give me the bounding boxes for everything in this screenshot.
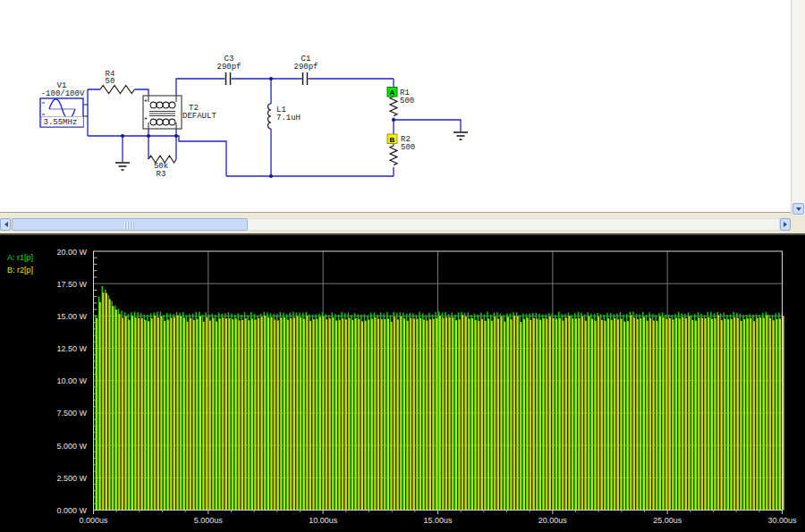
component-l1[interactable]: L1 7.1uH [268,104,301,129]
y-axis-tick-label: 7.500 W [56,409,87,418]
legend-item: A: r1[p] [7,253,33,262]
y-axis-tick-label: 17.50 W [56,280,87,289]
plot-legend: A: r1[p]B: r2[p] [7,253,33,274]
component-c3[interactable]: C3 290pf [216,55,241,85]
y-axis-tick-label: 15.00 W [56,312,87,321]
chevron-right-icon [784,222,790,227]
component-r4[interactable]: R4 50 [100,70,134,94]
v1-freq-label: 3.55MHz [44,118,78,127]
scroll-right-button[interactable] [780,218,791,231]
vertical-scrollbar[interactable] [791,0,805,215]
x-axis-tick-label: 25.00us [653,516,682,525]
plot-pane: 20.00 W17.50 W15.00 W12.50 W10.00 W7.500… [0,235,805,532]
y-axis-tick-label: 10.00 W [56,376,87,385]
node-label-a: A [390,89,395,97]
y-axis-tick-label: 20.00 W [56,248,87,257]
component-t2[interactable]: T2 DEFAULT [143,96,216,129]
component-r2[interactable]: B R2 500 [387,134,415,165]
c3-value-label: 290pf [216,63,241,72]
x-axis-tick-label: 5.000us [194,516,224,525]
component-r1[interactable]: A R1 500 [387,88,414,116]
x-axis-tick-label: 15.00us [423,516,453,525]
t2-value-label: DEFAULT [182,112,216,121]
scroll-down-button[interactable] [792,203,804,215]
x-axis-tick-label: 30.00us [767,516,797,525]
chevron-down-icon [796,207,801,214]
y-axis-tick-label: 2.500 W [56,474,87,483]
r3-ref-label: R3 [157,170,166,179]
waveform-traces [96,286,784,510]
v1-value-label: -100/100V [41,89,85,98]
scrollbar-corner [791,215,805,231]
component-c1[interactable]: C1 290pf [293,55,318,85]
y-axis-tick-label: 0.000 W [56,506,87,515]
node-label-b: B [390,136,395,144]
scrollbar-thumb[interactable] [12,218,248,231]
schematic-canvas[interactable]: V1 -100/100V 3.55MHz R4 50 T2 DEFAULT 50… [0,0,791,212]
scroll-left-button[interactable] [0,218,11,231]
x-axis-tick-label: 0.000us [79,516,108,525]
chevron-left-icon [2,222,8,227]
r2-value-label: 500 [401,143,415,152]
horizontal-scrollbar[interactable] [0,218,791,231]
x-axis-tick-label: 10.00us [309,516,338,525]
component-r3[interactable]: 50k R3 [148,156,176,179]
scrollbar-chrome [0,213,791,231]
component-v1[interactable]: V1 -100/100V 3.55MHz [40,81,88,127]
waveform-plot[interactable]: 20.00 W17.50 W15.00 W12.50 W10.00 W7.500… [0,235,805,532]
app-window: { "window": { "chrome_color": "#ece9d8",… [0,0,805,532]
l1-value-label: 7.1uH [276,114,301,122]
ground-symbol-right[interactable] [453,132,468,139]
scrollbar-grip-icon [124,222,135,229]
ground-symbol-left[interactable] [115,163,130,170]
schematic-pane[interactable]: V1 -100/100V 3.55MHz R4 50 T2 DEFAULT 50… [0,0,791,213]
y-axis-tick-label: 5.000 W [56,442,87,451]
r4-value-label: 50 [106,77,115,86]
x-axis-tick-label: 20.00us [538,516,568,525]
r1-value-label: 500 [400,97,414,106]
y-axis-tick-label: 12.50 W [56,344,87,353]
c1-value-label: 290pf [293,63,318,72]
legend-item: B: r2[p] [7,266,33,274]
